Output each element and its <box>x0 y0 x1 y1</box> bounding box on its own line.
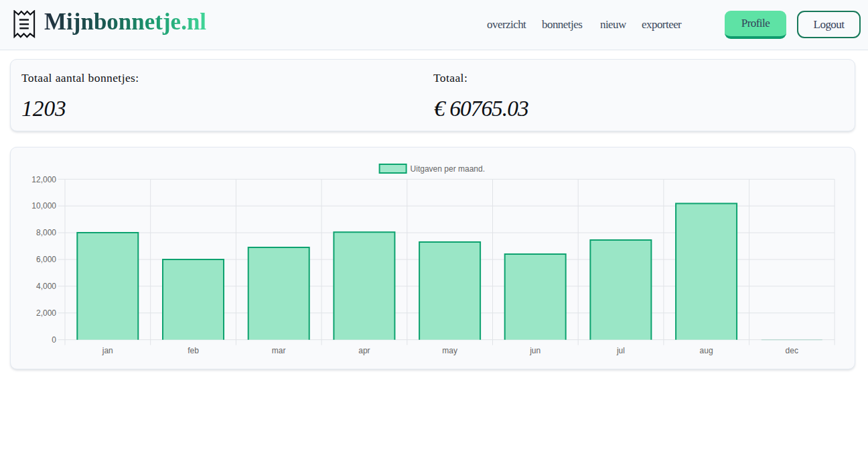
svg-text:4,000: 4,000 <box>36 282 56 291</box>
svg-text:0: 0 <box>52 335 56 345</box>
svg-text:dec: dec <box>786 346 798 355</box>
svg-text:12,000: 12,000 <box>31 175 56 184</box>
svg-text:feb: feb <box>188 346 199 355</box>
svg-text:jan: jan <box>102 346 113 355</box>
svg-text:8,000: 8,000 <box>36 228 56 237</box>
svg-text:jul: jul <box>616 346 625 355</box>
svg-text:may: may <box>442 346 457 355</box>
svg-text:mar: mar <box>272 346 286 355</box>
svg-text:aug: aug <box>700 346 713 355</box>
svg-text:6,000: 6,000 <box>36 255 56 264</box>
svg-text:2,000: 2,000 <box>36 308 56 318</box>
svg-text:Uitgaven per maand.: Uitgaven per maand. <box>411 164 485 174</box>
svg-text:jun: jun <box>529 346 540 355</box>
svg-text:10,000: 10,000 <box>31 201 56 211</box>
svg-text:apr: apr <box>358 346 370 355</box>
